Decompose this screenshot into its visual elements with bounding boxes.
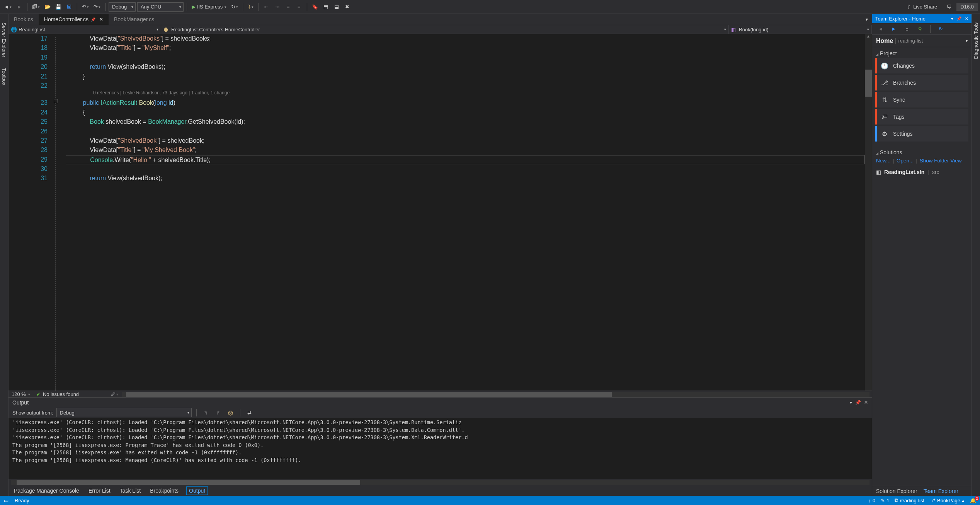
team-explorer-header: Team Explorer - Home ▾ 📌 ✕ xyxy=(872,14,971,23)
refresh-browser-button[interactable]: ↻▾ xyxy=(230,2,240,12)
new-item-button[interactable]: 🗐▾ xyxy=(31,2,41,12)
te-link-folder[interactable]: Show Folder View xyxy=(920,158,962,164)
te-fwd-button[interactable]: ► xyxy=(889,24,898,34)
step-over-button[interactable]: ⤵▾ xyxy=(246,2,255,12)
close-tab-icon[interactable]: ✕ xyxy=(99,17,103,22)
nav-project-dropdown[interactable]: 🌐ReadingList xyxy=(9,25,161,34)
te-item-sync[interactable]: ⇅Sync xyxy=(875,92,968,107)
output-hscroll[interactable] xyxy=(9,479,872,486)
nav-back-button[interactable]: ◄▾ xyxy=(2,2,13,12)
left-side-tabs: Server Explorer Toolbox xyxy=(0,14,9,496)
team-explorer-panel: Team Explorer - Home ▾ 📌 ✕ ◄ ► ⌂ ⚲ ↻ Hom… xyxy=(872,14,971,496)
save-all-button[interactable]: 🖫 xyxy=(65,2,74,12)
panel-pin-icon[interactable]: 📌 xyxy=(855,400,861,405)
pin-icon[interactable]: 📌 xyxy=(91,17,95,22)
te-connect-button[interactable]: ⚲ xyxy=(915,24,925,34)
tab-bookmanager-cs[interactable]: BookManager.cs xyxy=(109,14,160,25)
output-source-label: Show output from: xyxy=(12,410,53,416)
redo-button[interactable]: ↷▾ xyxy=(92,2,102,12)
fold-gutter[interactable]: − xyxy=(53,34,66,391)
output-text[interactable]: 'iisexpress.exe' (CoreCLR: clrhost): Loa… xyxy=(9,418,872,479)
nav-fwd-button[interactable]: ► xyxy=(15,2,24,12)
team-explorer-toolbar: ◄ ► ⌂ ⚲ ↻ xyxy=(872,23,971,35)
undo-button[interactable]: ↶▾ xyxy=(80,2,90,12)
indent-out-button: ⇤ xyxy=(262,2,271,12)
output-wrap-button[interactable]: ⇄ xyxy=(245,408,254,417)
fold-toggle-icon[interactable]: − xyxy=(54,99,58,103)
panel-dropdown-icon[interactable]: ▾ xyxy=(951,16,953,21)
config-dropdown[interactable]: Debug xyxy=(109,2,136,12)
bookmark-clear-button[interactable]: ✖ xyxy=(343,2,352,12)
tab-homecontroller-cs[interactable]: HomeController.cs 📌 ✕ xyxy=(39,14,109,25)
tab-breakpoints[interactable]: Breakpoints xyxy=(148,486,180,495)
panel-dropdown-icon[interactable]: ▾ xyxy=(850,400,852,405)
save-button[interactable]: 💾 xyxy=(54,2,63,12)
output-panel: Output ▾ 📌 ✕ Show output from: Debug ↰ ↱… xyxy=(9,398,872,486)
live-share-button[interactable]: ⇪ Live Share xyxy=(903,2,941,12)
line-number-gutter: 171819202122 232425262728293031 xyxy=(9,34,53,391)
tab-tasklist[interactable]: Task List xyxy=(118,486,142,495)
te-item-branches[interactable]: ⎇Branches xyxy=(875,75,968,90)
te-link-new[interactable]: New... xyxy=(876,158,891,164)
status-notifications[interactable]: 🔔2 xyxy=(970,498,976,503)
output-clear-button[interactable]: ⨂ xyxy=(226,408,235,417)
te-item-tags[interactable]: 🏷Tags xyxy=(875,109,968,125)
open-file-button[interactable]: 📂 xyxy=(43,2,52,12)
solution-icon: ◧ xyxy=(876,169,881,175)
vertical-scrollbar[interactable]: ▭ ▲ xyxy=(865,34,872,391)
feedback-button[interactable]: 🗨 xyxy=(944,2,953,12)
tab-errorlist[interactable]: Error List xyxy=(87,486,112,495)
status-repo[interactable]: ⧉ reading-list xyxy=(895,497,924,503)
output-source-dropdown[interactable]: Debug xyxy=(56,408,192,417)
platform-dropdown[interactable]: Any CPU xyxy=(137,2,184,12)
tab-book-cs[interactable]: Book.cs xyxy=(9,14,39,25)
te-project-section[interactable]: Project xyxy=(872,47,971,57)
te-refresh-button[interactable]: ↻ xyxy=(936,24,945,34)
diagnostic-tools-tab[interactable]: Diagnostic Tools xyxy=(972,20,980,61)
te-item-settings[interactable]: ⚙Settings xyxy=(875,126,968,142)
status-text: Ready xyxy=(15,498,29,503)
bookmark-prev-button[interactable]: ⬒ xyxy=(321,2,330,12)
uncomment-button: ≡ xyxy=(294,2,304,12)
switch-team-explorer[interactable]: Team Explorer xyxy=(924,488,958,494)
te-link-open[interactable]: Open... xyxy=(897,158,914,164)
status-pending-changes[interactable]: ✎ 1 xyxy=(881,498,889,503)
status-bar: ▭ Ready ↑ 0 ✎ 1 ⧉ reading-list ⎇ BookPag… xyxy=(0,496,980,505)
issues-indicator[interactable]: ✔No issues found xyxy=(33,391,82,397)
switch-solution-explorer[interactable]: Solution Explorer xyxy=(876,488,917,494)
te-back-button: ◄ xyxy=(876,24,885,34)
comment-button: ≡ xyxy=(284,2,293,12)
right-side-tabs: Diagnostic Tools xyxy=(971,14,980,496)
panel-pin-icon[interactable]: 📌 xyxy=(956,16,962,21)
te-item-icon: ⇅ xyxy=(881,96,888,104)
zoom-dropdown[interactable]: 120 %▾ xyxy=(9,391,33,397)
panel-close-icon[interactable]: ✕ xyxy=(864,400,868,405)
scroll-thumb[interactable] xyxy=(865,70,872,97)
nav-class-dropdown[interactable]: ⯃ReadingList.Controllers.HomeController xyxy=(161,25,729,34)
tab-output[interactable]: Output xyxy=(186,486,208,495)
server-explorer-tab[interactable]: Server Explorer xyxy=(0,20,8,60)
horizontal-scrollbar[interactable] xyxy=(122,392,869,397)
bookmark-button[interactable]: 🔖 xyxy=(310,2,320,12)
output-next-button: ↱ xyxy=(214,408,223,417)
check-icon: ✔ xyxy=(36,391,41,397)
status-unpushed[interactable]: ↑ 0 xyxy=(868,498,875,503)
bottom-tool-tabs: Package Manager Console Error List Task … xyxy=(9,486,872,496)
code-editor[interactable]: 171819202122 232425262728293031 − ViewDa… xyxy=(9,34,872,391)
status-branch[interactable]: ⎇ BookPage ▴ xyxy=(930,498,965,503)
panel-close-icon[interactable]: ✕ xyxy=(965,16,968,21)
nav-member-dropdown[interactable]: ◧Book(long id) xyxy=(729,25,872,34)
te-solutions-section[interactable]: Solutions xyxy=(872,146,971,156)
start-debug-button[interactable]: ▶IIS Express ▾ xyxy=(190,2,228,12)
code-navbar: 🌐ReadingList ⯃ReadingList.Controllers.Ho… xyxy=(9,25,872,34)
te-solution-item[interactable]: ◧ ReadingList.sln | src xyxy=(872,167,971,177)
bookmark-next-button[interactable]: ⬓ xyxy=(332,2,341,12)
status-window-icon[interactable]: ▭ xyxy=(4,498,9,503)
te-item-icon: ⚙ xyxy=(881,130,888,138)
team-explorer-title[interactable]: Home reading-list ▾ xyxy=(872,35,971,47)
tabs-overflow-button[interactable]: ▼ xyxy=(862,17,872,22)
tab-pmc[interactable]: Package Manager Console xyxy=(12,486,81,495)
toolbox-tab[interactable]: Toolbox xyxy=(0,66,8,88)
te-home-button[interactable]: ⌂ xyxy=(902,24,912,34)
te-item-changes[interactable]: 🕘Changes xyxy=(875,58,968,73)
